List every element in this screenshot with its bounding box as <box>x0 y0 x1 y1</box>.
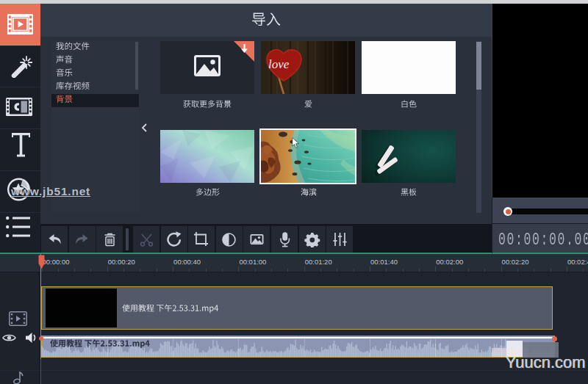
svg-text:love: love <box>268 57 290 71</box>
